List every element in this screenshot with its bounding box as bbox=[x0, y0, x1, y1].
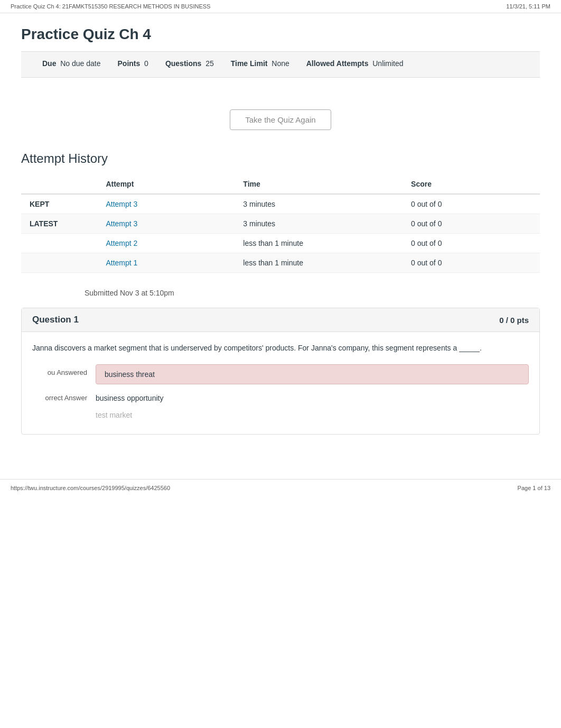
your-answer-label: ou Answered bbox=[32, 364, 96, 384]
attempt-row-time: less than 1 minute bbox=[235, 253, 403, 273]
attempt-row-time: 3 minutes bbox=[235, 194, 403, 214]
meta-due: Due No due date bbox=[42, 59, 101, 68]
attempt-row-label bbox=[21, 234, 97, 253]
top-bar-left: Practice Quiz Ch 4: 21FAMKT515350 RESEAR… bbox=[11, 3, 210, 10]
top-bar-right: 11/3/21, 5:11 PM bbox=[506, 3, 550, 10]
main-content: Practice Quiz Ch 4 Due No due date Point… bbox=[0, 13, 561, 458]
attempt-row-score: 0 out of 0 bbox=[403, 234, 540, 253]
button-area: Take the Quiz Again bbox=[21, 94, 540, 151]
bottom-bar-url: https://twu.instructure.com/courses/2919… bbox=[11, 485, 170, 491]
attempt-row-label: LATEST bbox=[21, 214, 97, 234]
col-header-attempt: Attempt bbox=[97, 174, 235, 194]
table-row: Attempt 1less than 1 minute0 out of 0 bbox=[21, 253, 540, 273]
attempt-row-score: 0 out of 0 bbox=[403, 194, 540, 214]
your-answer-box: business threat bbox=[96, 364, 529, 384]
attempt-row-label bbox=[21, 253, 97, 273]
col-header-label bbox=[21, 174, 97, 194]
col-header-time: Time bbox=[235, 174, 403, 194]
question-1-body: Janna discovers a market segment that is… bbox=[22, 332, 539, 434]
meta-time-limit: Time Limit None bbox=[231, 59, 289, 68]
question-1-header: Question 1 0 / 0 pts bbox=[22, 308, 539, 332]
question-1-text: Janna discovers a market segment that is… bbox=[32, 343, 529, 354]
table-row: KEPTAttempt 33 minutes0 out of 0 bbox=[21, 194, 540, 214]
table-row: Attempt 2less than 1 minute0 out of 0 bbox=[21, 234, 540, 253]
correct-answer-section: orrect Answer business opportunity test … bbox=[32, 390, 529, 423]
attempt-row-time: less than 1 minute bbox=[235, 234, 403, 253]
attempt-row-time: 3 minutes bbox=[235, 214, 403, 234]
meta-points: Points 0 bbox=[118, 59, 148, 68]
your-answer-value: business threat bbox=[96, 364, 529, 384]
correct-answer-value: business opportunity test market bbox=[96, 390, 529, 423]
quiz-meta: Due No due date Points 0 Questions 25 Ti… bbox=[21, 59, 540, 70]
correct-answer-text: business opportunity bbox=[96, 390, 529, 407]
bottom-bar: https://twu.instructure.com/courses/2919… bbox=[0, 479, 561, 496]
other-answer-text: test market bbox=[96, 407, 529, 423]
attempt-row-attempt[interactable]: Attempt 3 bbox=[97, 194, 235, 214]
quiz-meta-bar: Due No due date Points 0 Questions 25 Ti… bbox=[21, 51, 540, 78]
correct-answer-label: orrect Answer bbox=[32, 390, 96, 423]
col-header-score: Score bbox=[403, 174, 540, 194]
question-1-title: Question 1 bbox=[32, 315, 79, 325]
attempt-row-label: KEPT bbox=[21, 194, 97, 214]
quiz-title: Practice Quiz Ch 4 bbox=[21, 26, 540, 43]
attempt-row-attempt[interactable]: Attempt 1 bbox=[97, 253, 235, 273]
attempt-row-attempt[interactable]: Attempt 3 bbox=[97, 214, 235, 234]
submitted-text: Submitted Nov 3 at 5:10pm bbox=[21, 289, 540, 297]
attempt-row-score: 0 out of 0 bbox=[403, 214, 540, 234]
meta-attempts: Allowed Attempts Unlimited bbox=[306, 59, 404, 68]
top-bar: Practice Quiz Ch 4: 21FAMKT515350 RESEAR… bbox=[0, 0, 561, 13]
attempt-row-score: 0 out of 0 bbox=[403, 253, 540, 273]
bottom-bar-page: Page 1 of 13 bbox=[518, 485, 550, 491]
question-1-block: Question 1 0 / 0 pts Janna discovers a m… bbox=[21, 308, 540, 435]
meta-questions: Questions 25 bbox=[165, 59, 214, 68]
attempt-history-title: Attempt History bbox=[21, 151, 540, 166]
question-1-pts: 0 / 0 pts bbox=[499, 316, 529, 325]
table-row: LATESTAttempt 33 minutes0 out of 0 bbox=[21, 214, 540, 234]
your-answer-section: ou Answered business threat bbox=[32, 364, 529, 384]
take-quiz-again-button[interactable]: Take the Quiz Again bbox=[230, 109, 331, 130]
attempt-history-table: Attempt Time Score KEPTAttempt 33 minute… bbox=[21, 174, 540, 273]
attempt-row-attempt[interactable]: Attempt 2 bbox=[97, 234, 235, 253]
